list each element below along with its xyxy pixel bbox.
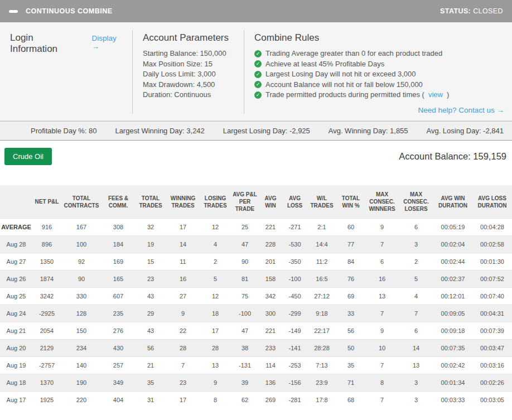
table-cell: 7: [166, 357, 200, 374]
table-cell: 60: [336, 219, 365, 236]
table-cell: 235: [102, 305, 135, 322]
table-cell: 90: [61, 271, 102, 288]
table-row: Aug 25324233060743271275342-45027:126913…: [0, 288, 512, 305]
table-cell: -350: [282, 253, 307, 271]
table-cell: 9: [166, 305, 200, 322]
column-header: AVG LOSS: [282, 185, 307, 219]
table-cell: 00:02:26: [472, 374, 512, 392]
combine-rule: ✓Trading Average greater than 0 for each…: [254, 49, 504, 59]
account-parameter: Max Drawdown: 4,500: [143, 80, 235, 90]
table-cell: 43: [135, 322, 166, 340]
table-cell: 38: [231, 340, 259, 357]
login-information-section: Login Information Display →: [0, 30, 132, 114]
table-row: Aug 288961001841914447228-53014:4777300:…: [0, 236, 512, 253]
table-cell: 2129: [32, 340, 61, 357]
table-row: Aug 24-292512823529918-100300-2999:18337…: [0, 305, 512, 322]
table-cell: 28: [166, 340, 200, 357]
table-cell: 12: [200, 219, 231, 236]
table-cell: 220: [61, 392, 102, 409]
account-parameter: Daily Loss Limit: 3,000: [143, 69, 235, 80]
table-cell: 13: [200, 357, 231, 374]
table-cell: 184: [102, 236, 135, 253]
table-cell: 84: [336, 253, 365, 271]
table-row: Aug 21205415027643221747221-14922:175696…: [0, 322, 512, 340]
account-parameter: Duration: Continuous: [143, 90, 235, 100]
trading-results-table: NET P&LTOTAL CONTRACTSFEES & COMM.TOTAL …: [0, 185, 512, 408]
check-icon: ✓: [254, 81, 262, 88]
table-cell: 221: [259, 219, 282, 236]
table-cell: 3: [399, 236, 433, 253]
combine-rule: ✓Account Balance will not hit or fall be…: [254, 80, 504, 90]
check-icon: ✓: [254, 71, 262, 78]
table-cell: 00:03:16: [472, 357, 512, 374]
table-cell: 140: [61, 357, 102, 374]
row-label: Aug 25: [0, 288, 32, 305]
info-panel: Login Information Display → Account Para…: [0, 22, 512, 121]
table-cell: -156: [282, 374, 307, 392]
table-cell: 47: [231, 322, 259, 340]
table-cell: 69: [336, 288, 365, 305]
table-cell: 32: [135, 219, 166, 236]
row-label: Aug 24: [0, 305, 32, 322]
table-cell: 257: [102, 357, 135, 374]
table-cell: 9: [365, 322, 399, 340]
table-cell: 100: [61, 236, 102, 253]
rule-text: Trade permitted products during permitte…: [265, 90, 424, 100]
table-cell: 3242: [32, 288, 61, 305]
table-cell: 27: [166, 288, 200, 305]
table-cell: 136: [259, 374, 282, 392]
account-parameter: Starting Balance: 150,000: [143, 49, 235, 59]
check-icon: ✓: [254, 50, 262, 57]
table-cell: 404: [102, 392, 135, 409]
table-cell: 158: [259, 271, 282, 288]
table-cell: 8: [200, 392, 231, 409]
collapse-icon[interactable]: [9, 10, 18, 13]
table-cell: 10: [365, 340, 399, 357]
table-cell: 76: [336, 271, 365, 288]
table-cell: -450: [282, 288, 307, 305]
table-cell: 22:17: [307, 322, 336, 340]
table-cell: 276: [102, 322, 135, 340]
table-cell: 28: [200, 340, 231, 357]
table-cell: -131: [231, 357, 259, 374]
table-cell: 17: [166, 219, 200, 236]
row-label: Aug 18: [0, 374, 32, 392]
rule-text: Trading Average greater than 0 for each …: [265, 49, 442, 59]
table-cell: 2: [399, 253, 433, 271]
product-tab-crude-oil[interactable]: Crude Oil: [4, 148, 52, 165]
table-cell: 2:1: [307, 219, 336, 236]
table-cell: 150: [61, 322, 102, 340]
table-cell: 00:02:44: [433, 253, 472, 271]
column-header: MAX CONSEC. LOSERS: [399, 185, 433, 219]
column-header: [0, 185, 32, 219]
table-cell: 7: [365, 357, 399, 374]
table-cell: 29: [135, 305, 166, 322]
table-cell: 1925: [32, 392, 61, 409]
table-cell: 3: [399, 374, 433, 392]
table-cell: 43: [135, 288, 166, 305]
table-cell: 39: [231, 374, 259, 392]
row-label: Aug 21: [0, 322, 32, 340]
table-cell: 128: [61, 305, 102, 322]
table-cell: 00:03:05: [472, 392, 512, 409]
table-row: Aug 271350921691511290201-35011:2846200:…: [0, 253, 512, 271]
table-cell: 00:12:01: [433, 288, 472, 305]
table-cell: 221: [259, 322, 282, 340]
row-label: Aug 19: [0, 357, 32, 374]
combine-rule: ✓Achieve at least 45% Profitable Days: [254, 59, 504, 70]
table-cell: 00:07:40: [472, 288, 512, 305]
account-balance: Account Balance: 159,159: [399, 148, 506, 162]
product-row: Crude Oil Account Balance: 159,159: [0, 141, 512, 185]
table-cell: 169: [102, 253, 135, 271]
table-cell: 14: [166, 236, 200, 253]
display-link[interactable]: Display →: [92, 34, 123, 51]
table-cell: 00:04:31: [472, 305, 512, 322]
table-cell: 62: [231, 392, 259, 409]
table-cell: -2925: [32, 305, 61, 322]
column-header: AVG WIN: [259, 185, 282, 219]
table-cell: 33: [336, 305, 365, 322]
table-cell: 228: [259, 236, 282, 253]
contact-us-link[interactable]: Need help? Contact us →: [418, 106, 504, 114]
view-link[interactable]: view: [428, 90, 443, 100]
table-cell: 12: [200, 288, 231, 305]
